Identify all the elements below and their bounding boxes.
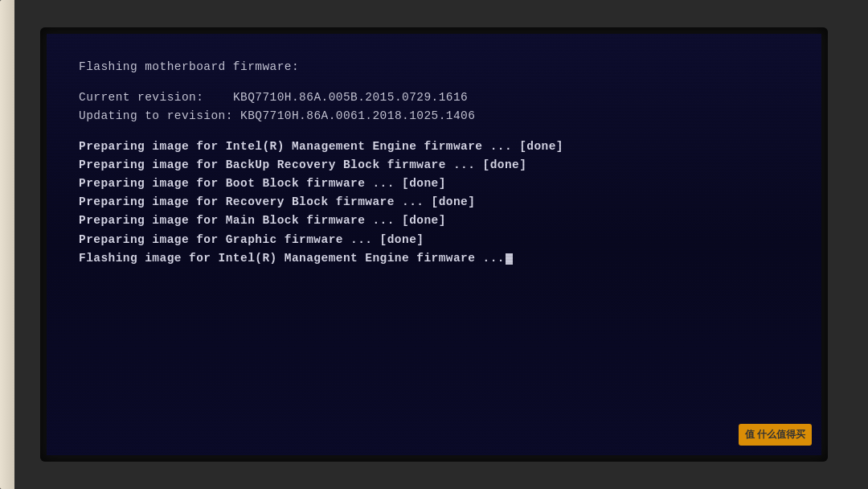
progress-line-6: Preparing image for Graphic firmware ...… xyxy=(79,231,789,249)
updating-revision-line: Updating to revision: KBQ7710H.86A.0061.… xyxy=(79,107,789,125)
progress-line-2: Preparing image for BackUp Recovery Bloc… xyxy=(79,156,789,175)
progress-line-5: Preparing image for Main Block firmware … xyxy=(79,212,789,230)
blank-line-2 xyxy=(79,125,789,138)
flashing-line-text: Flashing image for Intel(R) Management E… xyxy=(79,252,505,265)
cursor-icon xyxy=(506,253,513,265)
monitor-left-bezel xyxy=(0,0,14,489)
watermark-text: 值 什么值得买 xyxy=(745,429,805,440)
current-revision-line: Current revision: KBQ7710H.86A.005B.2015… xyxy=(79,88,789,107)
monitor-bezel: Flashing motherboard firmware: Current r… xyxy=(40,27,828,462)
updating-value: KBQ7710H.86A.0061.2018.1025.1406 xyxy=(240,109,475,122)
blank-line-1 xyxy=(79,76,789,88)
bios-screen: Flashing motherboard firmware: Current r… xyxy=(47,34,821,455)
progress-line-3: Preparing image for Boot Block firmware … xyxy=(79,175,789,193)
title-line: Flashing motherboard firmware: xyxy=(79,58,789,76)
progress-line-7: Flashing image for Intel(R) Management E… xyxy=(79,249,789,268)
watermark: 值 什么值得买 xyxy=(739,424,812,446)
progress-line-4: Preparing image for Recovery Block firmw… xyxy=(79,193,789,212)
current-revision-value: KBQ7710H.86A.005B.2015.0729.1616 xyxy=(233,91,468,104)
updating-label: Updating to revision: xyxy=(79,109,233,122)
current-revision-label: Current revision: xyxy=(79,91,203,104)
progress-line-1: Preparing image for Intel(R) Management … xyxy=(79,138,789,156)
monitor-outer: Flashing motherboard firmware: Current r… xyxy=(0,0,868,489)
